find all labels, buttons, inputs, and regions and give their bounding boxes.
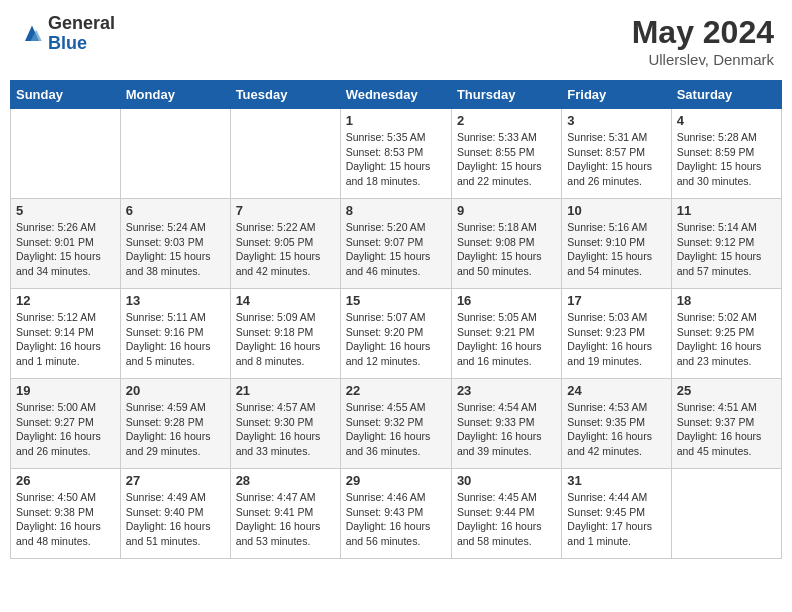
calendar-cell: 16Sunrise: 5:05 AMSunset: 9:21 PMDayligh… xyxy=(451,289,561,379)
col-tuesday: Tuesday xyxy=(230,81,340,109)
day-info: Sunrise: 5:05 AMSunset: 9:21 PMDaylight:… xyxy=(457,310,556,369)
calendar-cell xyxy=(11,109,121,199)
day-number: 28 xyxy=(236,473,335,488)
day-info: Sunrise: 5:16 AMSunset: 9:10 PMDaylight:… xyxy=(567,220,665,279)
day-number: 5 xyxy=(16,203,115,218)
calendar-cell: 22Sunrise: 4:55 AMSunset: 9:32 PMDayligh… xyxy=(340,379,451,469)
day-info: Sunrise: 4:53 AMSunset: 9:35 PMDaylight:… xyxy=(567,400,665,459)
col-sunday: Sunday xyxy=(11,81,121,109)
calendar-cell: 17Sunrise: 5:03 AMSunset: 9:23 PMDayligh… xyxy=(562,289,671,379)
logo-icon xyxy=(18,20,46,48)
day-number: 9 xyxy=(457,203,556,218)
day-number: 22 xyxy=(346,383,446,398)
logo: General Blue xyxy=(18,14,115,54)
calendar-cell: 3Sunrise: 5:31 AMSunset: 8:57 PMDaylight… xyxy=(562,109,671,199)
day-number: 24 xyxy=(567,383,665,398)
calendar-cell: 30Sunrise: 4:45 AMSunset: 9:44 PMDayligh… xyxy=(451,469,561,559)
day-number: 1 xyxy=(346,113,446,128)
day-info: Sunrise: 5:12 AMSunset: 9:14 PMDaylight:… xyxy=(16,310,115,369)
day-number: 19 xyxy=(16,383,115,398)
day-number: 20 xyxy=(126,383,225,398)
day-number: 15 xyxy=(346,293,446,308)
day-number: 21 xyxy=(236,383,335,398)
day-info: Sunrise: 5:26 AMSunset: 9:01 PMDaylight:… xyxy=(16,220,115,279)
calendar-cell: 20Sunrise: 4:59 AMSunset: 9:28 PMDayligh… xyxy=(120,379,230,469)
col-saturday: Saturday xyxy=(671,81,781,109)
day-number: 10 xyxy=(567,203,665,218)
calendar-cell: 13Sunrise: 5:11 AMSunset: 9:16 PMDayligh… xyxy=(120,289,230,379)
day-info: Sunrise: 4:54 AMSunset: 9:33 PMDaylight:… xyxy=(457,400,556,459)
calendar-cell: 2Sunrise: 5:33 AMSunset: 8:55 PMDaylight… xyxy=(451,109,561,199)
day-number: 16 xyxy=(457,293,556,308)
calendar-cell: 11Sunrise: 5:14 AMSunset: 9:12 PMDayligh… xyxy=(671,199,781,289)
calendar-header-row: Sunday Monday Tuesday Wednesday Thursday… xyxy=(11,81,782,109)
day-info: Sunrise: 5:18 AMSunset: 9:08 PMDaylight:… xyxy=(457,220,556,279)
day-number: 3 xyxy=(567,113,665,128)
calendar-week-4: 19Sunrise: 5:00 AMSunset: 9:27 PMDayligh… xyxy=(11,379,782,469)
calendar-week-2: 5Sunrise: 5:26 AMSunset: 9:01 PMDaylight… xyxy=(11,199,782,289)
day-info: Sunrise: 5:22 AMSunset: 9:05 PMDaylight:… xyxy=(236,220,335,279)
day-number: 2 xyxy=(457,113,556,128)
title-section: May 2024 Ullerslev, Denmark xyxy=(632,14,774,68)
day-number: 31 xyxy=(567,473,665,488)
day-number: 7 xyxy=(236,203,335,218)
calendar-cell: 18Sunrise: 5:02 AMSunset: 9:25 PMDayligh… xyxy=(671,289,781,379)
day-number: 26 xyxy=(16,473,115,488)
day-number: 11 xyxy=(677,203,776,218)
day-number: 18 xyxy=(677,293,776,308)
day-info: Sunrise: 5:31 AMSunset: 8:57 PMDaylight:… xyxy=(567,130,665,189)
day-number: 4 xyxy=(677,113,776,128)
col-wednesday: Wednesday xyxy=(340,81,451,109)
day-info: Sunrise: 4:49 AMSunset: 9:40 PMDaylight:… xyxy=(126,490,225,549)
day-info: Sunrise: 4:47 AMSunset: 9:41 PMDaylight:… xyxy=(236,490,335,549)
calendar-week-1: 1Sunrise: 5:35 AMSunset: 8:53 PMDaylight… xyxy=(11,109,782,199)
day-info: Sunrise: 4:57 AMSunset: 9:30 PMDaylight:… xyxy=(236,400,335,459)
calendar-cell: 9Sunrise: 5:18 AMSunset: 9:08 PMDaylight… xyxy=(451,199,561,289)
calendar-table: Sunday Monday Tuesday Wednesday Thursday… xyxy=(10,80,782,559)
calendar-cell: 5Sunrise: 5:26 AMSunset: 9:01 PMDaylight… xyxy=(11,199,121,289)
calendar-cell: 6Sunrise: 5:24 AMSunset: 9:03 PMDaylight… xyxy=(120,199,230,289)
calendar-cell: 27Sunrise: 4:49 AMSunset: 9:40 PMDayligh… xyxy=(120,469,230,559)
calendar-cell: 25Sunrise: 4:51 AMSunset: 9:37 PMDayligh… xyxy=(671,379,781,469)
calendar-cell xyxy=(230,109,340,199)
day-number: 13 xyxy=(126,293,225,308)
day-number: 30 xyxy=(457,473,556,488)
day-info: Sunrise: 5:35 AMSunset: 8:53 PMDaylight:… xyxy=(346,130,446,189)
calendar-cell: 15Sunrise: 5:07 AMSunset: 9:20 PMDayligh… xyxy=(340,289,451,379)
location: Ullerslev, Denmark xyxy=(632,51,774,68)
day-number: 8 xyxy=(346,203,446,218)
calendar-cell: 4Sunrise: 5:28 AMSunset: 8:59 PMDaylight… xyxy=(671,109,781,199)
calendar-cell: 28Sunrise: 4:47 AMSunset: 9:41 PMDayligh… xyxy=(230,469,340,559)
day-number: 12 xyxy=(16,293,115,308)
day-info: Sunrise: 5:09 AMSunset: 9:18 PMDaylight:… xyxy=(236,310,335,369)
calendar-cell: 31Sunrise: 4:44 AMSunset: 9:45 PMDayligh… xyxy=(562,469,671,559)
calendar-cell: 29Sunrise: 4:46 AMSunset: 9:43 PMDayligh… xyxy=(340,469,451,559)
calendar-cell: 12Sunrise: 5:12 AMSunset: 9:14 PMDayligh… xyxy=(11,289,121,379)
day-info: Sunrise: 4:46 AMSunset: 9:43 PMDaylight:… xyxy=(346,490,446,549)
day-info: Sunrise: 5:24 AMSunset: 9:03 PMDaylight:… xyxy=(126,220,225,279)
calendar-cell: 10Sunrise: 5:16 AMSunset: 9:10 PMDayligh… xyxy=(562,199,671,289)
day-info: Sunrise: 5:11 AMSunset: 9:16 PMDaylight:… xyxy=(126,310,225,369)
calendar-cell: 7Sunrise: 5:22 AMSunset: 9:05 PMDaylight… xyxy=(230,199,340,289)
day-info: Sunrise: 5:02 AMSunset: 9:25 PMDaylight:… xyxy=(677,310,776,369)
day-info: Sunrise: 5:28 AMSunset: 8:59 PMDaylight:… xyxy=(677,130,776,189)
logo-blue-text: Blue xyxy=(48,34,115,54)
day-number: 25 xyxy=(677,383,776,398)
day-info: Sunrise: 5:20 AMSunset: 9:07 PMDaylight:… xyxy=(346,220,446,279)
calendar-cell: 21Sunrise: 4:57 AMSunset: 9:30 PMDayligh… xyxy=(230,379,340,469)
day-number: 17 xyxy=(567,293,665,308)
calendar-cell: 24Sunrise: 4:53 AMSunset: 9:35 PMDayligh… xyxy=(562,379,671,469)
calendar-cell: 26Sunrise: 4:50 AMSunset: 9:38 PMDayligh… xyxy=(11,469,121,559)
day-info: Sunrise: 4:50 AMSunset: 9:38 PMDaylight:… xyxy=(16,490,115,549)
col-friday: Friday xyxy=(562,81,671,109)
calendar-cell: 8Sunrise: 5:20 AMSunset: 9:07 PMDaylight… xyxy=(340,199,451,289)
day-info: Sunrise: 4:45 AMSunset: 9:44 PMDaylight:… xyxy=(457,490,556,549)
day-number: 23 xyxy=(457,383,556,398)
day-number: 27 xyxy=(126,473,225,488)
col-monday: Monday xyxy=(120,81,230,109)
day-info: Sunrise: 5:03 AMSunset: 9:23 PMDaylight:… xyxy=(567,310,665,369)
day-number: 6 xyxy=(126,203,225,218)
calendar-cell: 14Sunrise: 5:09 AMSunset: 9:18 PMDayligh… xyxy=(230,289,340,379)
day-info: Sunrise: 5:07 AMSunset: 9:20 PMDaylight:… xyxy=(346,310,446,369)
calendar-cell: 23Sunrise: 4:54 AMSunset: 9:33 PMDayligh… xyxy=(451,379,561,469)
